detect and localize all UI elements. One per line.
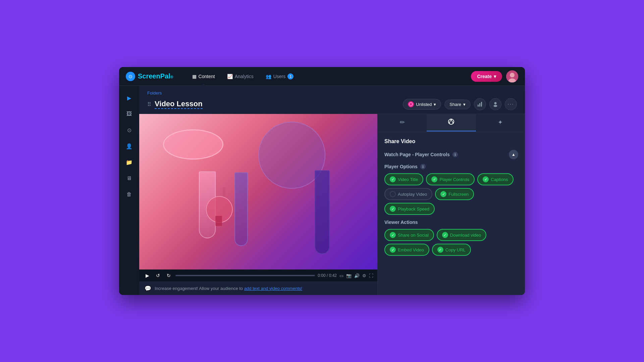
svg-point-1 bbox=[510, 73, 515, 77]
toggle-video-title[interactable]: ✓ Video Title bbox=[384, 173, 423, 185]
check-icon: ✓ bbox=[442, 232, 448, 238]
caption-icon[interactable]: ▭ bbox=[339, 273, 343, 278]
logo: ⊙ ScreenPal® bbox=[126, 72, 173, 81]
toggle-player-controls[interactable]: ✓ Player Controls bbox=[426, 173, 475, 185]
toggle-captions[interactable]: ✓ Captions bbox=[477, 173, 513, 185]
logo-icon: ⊙ bbox=[126, 72, 135, 81]
nav-right: Create ▾ bbox=[471, 70, 518, 82]
panel-tabs: ✏ bbox=[378, 114, 525, 132]
sidebar-icon-profile[interactable]: 👤 bbox=[122, 139, 136, 153]
toggle-share-social[interactable]: ✓ Share on Social bbox=[384, 229, 434, 241]
page-title: Video Lesson bbox=[155, 100, 203, 109]
time-display: 0:00 / 0:42 bbox=[318, 273, 337, 278]
player-options-title: Player Options ℹ bbox=[384, 164, 518, 169]
comment-link[interactable]: add text and video comments! bbox=[244, 286, 302, 291]
toggle-copy-url[interactable]: ✓ Copy URL bbox=[432, 244, 471, 256]
camera-icon[interactable]: 📷 bbox=[346, 273, 352, 278]
video-controls: ▶ ↺ ↻ 0:00 / 0:42 ▭ 📷 bbox=[139, 269, 377, 282]
video-title: ⠿ Video Lesson bbox=[147, 100, 203, 109]
unlisted-button[interactable]: Unlisted ▾ bbox=[403, 99, 441, 110]
title-actions: Unlisted ▾ Share ▾ bbox=[403, 98, 517, 110]
check-icon: ✓ bbox=[437, 247, 443, 253]
nav-tab-analytics[interactable]: 📈 Analytics bbox=[222, 71, 259, 82]
svg-line-14 bbox=[451, 120, 453, 123]
video-title-row: ⠿ Video Lesson Unlisted ▾ Share bbox=[147, 98, 517, 110]
content-header: Folders ⠿ Video Lesson Unlisted ▾ bbox=[139, 86, 525, 114]
users-badge: 1 bbox=[287, 73, 293, 79]
share-chevron: ▾ bbox=[463, 102, 466, 107]
nav-tab-content[interactable]: ▦ Content bbox=[187, 71, 220, 82]
sidebar-icon-screen[interactable]: 🖥 bbox=[122, 172, 136, 185]
lab-dropper-tip bbox=[215, 216, 222, 226]
toggle-fullscreen[interactable]: ✓ Fullscreen bbox=[435, 188, 474, 200]
play-button[interactable]: ▶ bbox=[143, 272, 151, 280]
check-icon: ✓ bbox=[390, 232, 396, 238]
check-icon: ✓ bbox=[483, 176, 489, 182]
video-section: ▶ ↺ ↻ 0:00 / 0:42 ▭ 📷 bbox=[139, 114, 377, 295]
settings-icon[interactable]: ⚙ bbox=[362, 273, 366, 278]
panel-tab-edit[interactable]: ✏ bbox=[378, 114, 427, 131]
lab-tube-3 bbox=[315, 170, 330, 254]
app-window: ⊙ ScreenPal® ▦ Content 📈 Analytics 👥 Use… bbox=[119, 67, 525, 295]
avatar[interactable] bbox=[506, 70, 518, 82]
effects-icon: ✦ bbox=[498, 119, 503, 126]
nav-tab-users[interactable]: 👥 Users 1 bbox=[260, 71, 299, 82]
drag-icon: ⠿ bbox=[147, 101, 151, 108]
content-icon: ▦ bbox=[192, 74, 197, 79]
radio-icon bbox=[390, 191, 396, 197]
sidebar-icon-trash[interactable]: 🗑 bbox=[122, 188, 136, 201]
toggle-playback-speed[interactable]: ✓ Playback Speed bbox=[384, 203, 435, 215]
toggle-download-video[interactable]: ✓ Download video bbox=[437, 229, 487, 241]
panel-content: Share Video Watch Page - Player Controls… bbox=[378, 132, 525, 295]
volume-icon[interactable]: 🔊 bbox=[354, 273, 360, 278]
panel-tab-effects[interactable]: ✦ bbox=[476, 114, 525, 131]
check-icon: ✓ bbox=[390, 176, 396, 182]
create-button[interactable]: Create ▾ bbox=[471, 71, 502, 82]
edit-icon: ✏ bbox=[400, 119, 405, 126]
svg-line-13 bbox=[449, 120, 451, 123]
lab-petri-dish bbox=[163, 129, 223, 160]
fullscreen-icon[interactable]: ⛶ bbox=[369, 273, 373, 278]
control-icons: ▭ 📷 🔊 ⚙ ⛶ bbox=[339, 273, 373, 278]
collapse-button[interactable]: ▲ bbox=[509, 150, 518, 159]
more-button[interactable]: ··· bbox=[505, 98, 517, 110]
analytics-icon: 📈 bbox=[227, 74, 233, 79]
avatar-image bbox=[506, 70, 518, 82]
progress-bar[interactable] bbox=[175, 275, 315, 276]
main-layout: ▶ 🖼 ⊙ 👤 📁 🖥 🗑 Folders ⠿ Video Lesson bbox=[119, 86, 525, 295]
check-icon: ✓ bbox=[390, 247, 396, 253]
fast-forward-button[interactable]: ↻ bbox=[165, 272, 173, 280]
rewind-button[interactable]: ↺ bbox=[154, 272, 162, 280]
unlisted-chevron: ▾ bbox=[434, 102, 436, 107]
toggle-embed-video[interactable]: ✓ Embed Video bbox=[384, 244, 429, 256]
section-label: Watch Page - Player Controls ℹ bbox=[384, 152, 458, 157]
section-header: Watch Page - Player Controls ℹ ▲ bbox=[384, 150, 518, 159]
svg-rect-5 bbox=[479, 103, 480, 107]
player-options-pills: ✓ Video Title ✓ Player Controls bbox=[384, 173, 518, 215]
player-options-info-icon[interactable]: ℹ bbox=[420, 164, 426, 169]
svg-rect-4 bbox=[478, 105, 479, 107]
sidebar-icon-play[interactable]: ▶ bbox=[122, 91, 136, 105]
sidebar-icon-record[interactable]: ⊙ bbox=[122, 123, 136, 137]
check-icon: ✓ bbox=[390, 206, 396, 212]
sidebar-icon-folder[interactable]: 📁 bbox=[122, 156, 136, 169]
right-panel: ✏ bbox=[377, 114, 525, 295]
video-container[interactable] bbox=[139, 114, 377, 269]
lab-tube-2 bbox=[234, 172, 248, 246]
analytics-button[interactable] bbox=[474, 98, 486, 110]
unlisted-dot bbox=[408, 101, 414, 107]
comment-bar: 💬 Increase engagement! Allow your audien… bbox=[139, 282, 377, 295]
sidebar-icon-media[interactable]: 🖼 bbox=[122, 107, 136, 121]
check-icon: ✓ bbox=[431, 176, 437, 182]
toggle-autoplay[interactable]: Autoplay Video bbox=[384, 188, 432, 200]
svg-point-8 bbox=[494, 105, 497, 107]
breadcrumb[interactable]: Folders bbox=[147, 90, 517, 96]
user-button[interactable] bbox=[489, 98, 501, 110]
panel-tab-share[interactable] bbox=[427, 114, 476, 131]
comment-text: Increase engagement! Allow your audience… bbox=[155, 286, 302, 291]
share-icon bbox=[447, 118, 455, 127]
content-area: Folders ⠿ Video Lesson Unlisted ▾ bbox=[139, 86, 525, 295]
check-icon: ✓ bbox=[440, 191, 446, 197]
share-button[interactable]: Share ▾ bbox=[444, 100, 471, 109]
watch-page-info-icon[interactable]: ℹ bbox=[452, 152, 458, 157]
